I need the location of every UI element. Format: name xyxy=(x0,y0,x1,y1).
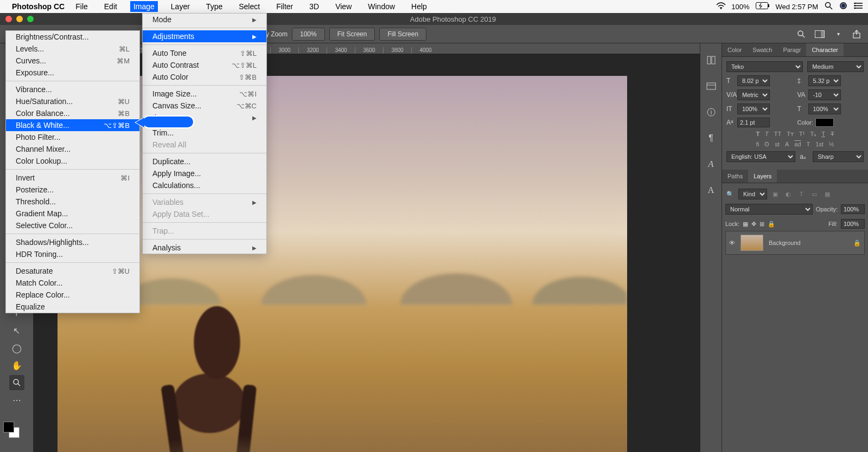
tab-paths[interactable]: Paths xyxy=(722,170,748,183)
menubar-item-edit[interactable]: Edit xyxy=(101,1,120,12)
menu-item-analysis[interactable]: Analysis▶ xyxy=(143,242,266,254)
visibility-toggle-icon[interactable]: 👁 xyxy=(729,240,735,246)
contextual-icon[interactable]: ʘ xyxy=(764,141,769,148)
bold-icon[interactable]: T xyxy=(756,131,760,138)
properties-panel-icon[interactable] xyxy=(705,80,717,92)
zoom-tool[interactable] xyxy=(9,375,24,390)
menu-item-apply-image[interactable]: Apply Image... xyxy=(143,167,266,179)
lock-artboard-icon[interactable]: ⊞ xyxy=(760,221,764,228)
filter-pixel-icon[interactable]: ▣ xyxy=(770,191,780,198)
menu-item-desaturate[interactable]: Desaturate⇧⌘U xyxy=(6,265,139,277)
swash-icon[interactable]: A xyxy=(785,141,789,148)
allcaps-icon[interactable]: TT xyxy=(774,131,781,138)
menu-item-trim[interactable]: Trim... xyxy=(143,127,266,139)
font-family-select[interactable]: Teko xyxy=(726,61,803,72)
lock-position-icon[interactable]: ✥ xyxy=(751,221,756,228)
subscript-icon[interactable]: T₁ xyxy=(810,131,816,138)
fill-screen-button[interactable]: Fill Screen xyxy=(379,28,426,41)
fit-screen-button[interactable]: Fit Screen xyxy=(329,28,375,41)
tab-color[interactable]: Color xyxy=(722,43,747,56)
tab-swatch[interactable]: Swatch xyxy=(747,43,777,56)
underline-icon[interactable]: T xyxy=(821,131,825,138)
menubar-item-select[interactable]: Select xyxy=(235,1,263,12)
stylistic-icon[interactable]: st xyxy=(775,141,780,148)
layer-row-background[interactable]: 👁 Background 🔒 xyxy=(725,231,865,255)
filter-smart-icon[interactable]: ▦ xyxy=(822,191,832,198)
layer-name[interactable]: Background xyxy=(769,240,801,246)
hscale-select[interactable]: 100% xyxy=(808,104,841,114)
paragraph-panel-icon[interactable]: ¶ xyxy=(705,132,717,144)
menu-item-hdr-toning[interactable]: HDR Toning... xyxy=(6,248,139,260)
ellipse-tool[interactable]: ◯ xyxy=(9,340,24,356)
path-selection-tool[interactable]: ↖ xyxy=(9,323,24,338)
fractions-icon[interactable]: 1st xyxy=(815,141,824,148)
menu-item-invert[interactable]: Invert⌘I xyxy=(6,172,139,184)
search-icon[interactable] xyxy=(795,28,807,40)
filter-kind-select[interactable]: Kind xyxy=(738,189,767,199)
menubar-item-view[interactable]: View xyxy=(332,1,355,12)
font-size-select[interactable]: 8.02 pt xyxy=(737,75,770,86)
menu-item-calculations[interactable]: Calculations... xyxy=(143,179,266,191)
blend-mode-select[interactable]: Normal xyxy=(725,204,813,215)
tab-layers[interactable]: Layers xyxy=(748,170,777,183)
menu-item-match-color[interactable]: Match Color... xyxy=(6,277,139,289)
wifi-icon[interactable] xyxy=(716,2,726,11)
app-name[interactable]: Photoshop CC xyxy=(12,2,65,11)
hand-tool[interactable]: ✋ xyxy=(9,358,24,373)
edit-toolbar[interactable]: ⋯ xyxy=(9,392,24,408)
menu-item-hue-saturation[interactable]: Hue/Saturation...⌘U xyxy=(6,95,139,107)
minimize-window-button[interactable] xyxy=(16,16,23,22)
menubar-item-type[interactable]: Type xyxy=(203,1,226,12)
menubar-item-layer[interactable]: Layer xyxy=(168,1,193,12)
menu-item-duplicate[interactable]: Duplicate... xyxy=(143,156,266,167)
menu-item-photo-filter[interactable]: Photo Filter... xyxy=(6,131,139,143)
strikethrough-icon[interactable]: T xyxy=(831,131,834,138)
workspace-chevron-icon[interactable]: ▾ xyxy=(832,28,844,40)
filter-type-icon[interactable]: T xyxy=(796,191,806,197)
lock-pixels-icon[interactable]: ▦ xyxy=(743,221,748,228)
menubar-item-filter[interactable]: Filter xyxy=(273,1,296,12)
spotlight-icon[interactable] xyxy=(825,2,833,11)
zoom-100-button[interactable]: 100% xyxy=(292,28,325,41)
vscale-select[interactable]: 100% xyxy=(737,104,770,114)
tracking-select[interactable]: -10 xyxy=(808,89,841,100)
glyphs-panel-icon[interactable]: A xyxy=(705,158,717,170)
filter-shape-icon[interactable]: ▭ xyxy=(809,191,819,198)
menu-item-color-lookup[interactable]: Color Lookup... xyxy=(6,155,139,167)
titling-icon[interactable]: ad xyxy=(794,141,801,148)
menu-item-image-size[interactable]: Image Size...⌥⌘I xyxy=(143,88,266,100)
opacity-input[interactable] xyxy=(841,204,865,214)
menu-item-selective-color[interactable]: Selective Color... xyxy=(6,219,139,231)
menu-item-levels[interactable]: Levels...⌘L xyxy=(6,43,139,55)
menu-item-mode[interactable]: Mode▶ xyxy=(143,14,266,25)
menubar-item-3d[interactable]: 3D xyxy=(306,1,322,12)
menu-item-auto-color[interactable]: Auto Color⇧⌘B xyxy=(143,71,266,83)
workspace-icon[interactable] xyxy=(814,28,826,40)
filter-search-icon[interactable]: 🔍 xyxy=(725,191,735,198)
menu-item-equalize[interactable]: Equalize xyxy=(6,301,139,313)
smallcaps-icon[interactable]: Tᴛ xyxy=(787,131,794,138)
menu-item-curves[interactable]: Curves...⌘M xyxy=(6,55,139,67)
siri-icon[interactable] xyxy=(839,2,847,11)
menu-item-threshold[interactable]: Threshold... xyxy=(6,196,139,208)
menubar-item-file[interactable]: File xyxy=(72,1,91,12)
menubar-item-help[interactable]: Help xyxy=(408,1,430,12)
menu-item-replace-color[interactable]: Replace Color... xyxy=(6,289,139,301)
tab-paragr[interactable]: Paragr xyxy=(777,43,806,56)
ordinals-icon[interactable]: T xyxy=(807,141,810,148)
maximize-window-button[interactable] xyxy=(27,16,34,22)
menu-item-posterize[interactable]: Posterize... xyxy=(6,184,139,196)
layer-thumbnail[interactable] xyxy=(741,235,763,251)
text-color-swatch[interactable] xyxy=(815,118,834,127)
lock-all-icon[interactable]: 🔒 xyxy=(768,221,775,228)
fill-input[interactable] xyxy=(841,219,865,229)
menubar-item-window[interactable]: Window xyxy=(365,1,398,12)
menu-item-gradient-map[interactable]: Gradient Map... xyxy=(6,208,139,219)
history-panel-icon[interactable] xyxy=(705,54,717,66)
notification-center-icon[interactable] xyxy=(854,2,863,11)
font-weight-select[interactable]: Medium xyxy=(807,61,864,72)
leading-select[interactable]: 5.32 pt xyxy=(808,75,841,86)
superscript-icon[interactable]: T¹ xyxy=(799,131,805,138)
ligatures-icon[interactable]: fi xyxy=(756,141,760,148)
language-select[interactable]: English: USA xyxy=(726,151,795,162)
